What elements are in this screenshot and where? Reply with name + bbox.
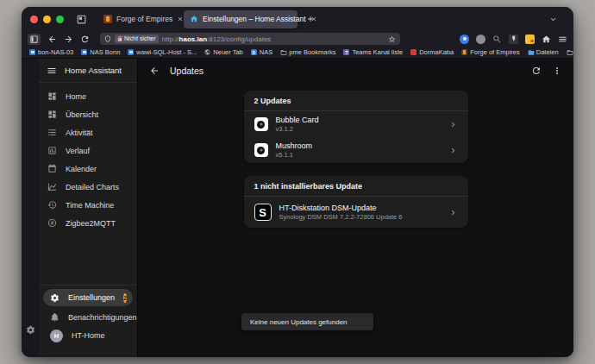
bookmark-nas-bonn[interactable]: NAS Bonn xyxy=(81,48,120,56)
bookmark-star-icon[interactable] xyxy=(388,35,396,43)
new-tab-icon[interactable] xyxy=(306,15,315,23)
sidebar-item-home[interactable]: Home xyxy=(39,87,137,105)
security-label: Nicht sicher xyxy=(124,35,156,43)
tab-list-chevron-down-icon[interactable] xyxy=(548,15,558,24)
extension-search-icon[interactable] xyxy=(492,35,502,44)
ha-sidebar-header: Home Assistant xyxy=(39,59,137,83)
security-status-chip[interactable]: Nicht sicher xyxy=(115,35,159,43)
sidebar-item-user[interactable]: H HT-Home xyxy=(41,326,135,345)
bookmark-pme-folder[interactable]: pme Bookmarks xyxy=(280,48,335,56)
bookmark-forge-of-empires[interactable]: Forge of Empires xyxy=(461,48,520,56)
header-actions xyxy=(531,66,562,76)
navigation-bar: Nicht sicher http://haos.lan:8123/config… xyxy=(22,31,573,47)
reload-icon[interactable] xyxy=(80,35,90,44)
back-arrow-icon[interactable] xyxy=(149,66,160,76)
close-window-button[interactable] xyxy=(30,16,38,23)
calendar-icon xyxy=(47,164,57,173)
update-title: Mushroom xyxy=(276,141,313,150)
firefox-sidebar-rail xyxy=(22,59,39,357)
url-text: http://haos.lan:8123/config/updates xyxy=(162,35,272,43)
blue-folder-icon xyxy=(528,49,534,55)
sidebar-settings-gear-icon[interactable] xyxy=(26,325,35,335)
updates-card: 2 Updates Bubble Card v3.1.2 Mushroom xyxy=(244,91,468,163)
bell-icon xyxy=(50,312,60,322)
chevron-right-icon[interactable] xyxy=(448,208,458,217)
tab-bar: Forge of Empires Einstellungen – Home As… xyxy=(22,7,573,31)
rdp-icon xyxy=(81,49,87,55)
extension-foe-helper-icon[interactable] xyxy=(525,35,535,44)
sidebar-item-benachrichtigungen[interactable]: Benachrichtigungen xyxy=(41,308,135,326)
home-assistant-favicon xyxy=(190,15,198,23)
firefox-view-icon[interactable] xyxy=(76,14,87,25)
sidebar-item-detailed-charts[interactable]: Detailed Charts xyxy=(39,178,137,196)
card-header: 2 Updates xyxy=(244,91,468,111)
browser-home-icon[interactable] xyxy=(542,35,551,44)
toast-notification: Keine neuen Updates gefunden xyxy=(241,313,373,330)
sidebar-item-kalender[interactable]: Kalender xyxy=(39,160,137,178)
non-installable-update-card: 1 nicht installierbares Update S HT-Disk… xyxy=(244,176,468,228)
bookmark-wawi-sql-host[interactable]: wawi-SQL-Host - S... xyxy=(128,48,197,56)
hacs-icon xyxy=(254,117,268,131)
update-row-mushroom[interactable]: Mushroom v5.1.1 xyxy=(244,137,468,163)
hacs-icon xyxy=(254,143,268,157)
dashboard-icon xyxy=(47,110,57,119)
globe-icon xyxy=(204,49,210,55)
close-tab-icon[interactable] xyxy=(177,16,184,22)
ha-main: Updates 2 Updates Bubble Card v3.1.2 xyxy=(138,59,573,357)
synology-dsm-icon: D xyxy=(251,49,257,55)
tab-label: Einstellungen – Home Assistant xyxy=(203,15,306,23)
url-bar[interactable]: Nicht sicher http://haos.lan:8123/config… xyxy=(100,33,400,45)
window-controls xyxy=(30,16,64,23)
bookmark-neuer-tab[interactable]: Neuer Tab xyxy=(204,48,242,56)
tab-label: Forge of Empires xyxy=(116,15,172,23)
update-title: Bubble Card xyxy=(276,116,319,124)
update-row-diskstation[interactable]: S HT-Diskstation DSM-Update Synology DSM… xyxy=(244,197,468,228)
insecure-lock-icon xyxy=(117,36,122,41)
ha-sidebar-bottom: Einstellungen 2 Benachrichtigungen H HT-… xyxy=(39,285,137,357)
refresh-icon[interactable] xyxy=(531,66,542,76)
sidebar-item-time-machine[interactable]: Time Machine xyxy=(39,196,137,214)
ha-main-header: Updates xyxy=(138,59,573,83)
avatar: H xyxy=(50,329,63,342)
chevron-right-icon[interactable] xyxy=(448,120,458,129)
forward-icon[interactable] xyxy=(64,35,73,44)
bookmark-dateien[interactable]: Dateien xyxy=(528,48,559,56)
more-bookmarks-button[interactable]: Weitere Lesezeichen xyxy=(567,48,573,56)
bookmark-nas[interactable]: DNAS xyxy=(251,48,272,56)
forge-of-empires-favicon xyxy=(103,15,112,23)
update-version: v5.1.1 xyxy=(276,151,313,159)
minimize-window-button[interactable] xyxy=(43,16,51,23)
extension-paw-icon[interactable] xyxy=(476,35,485,44)
sidebar-item-zigbee2mqtt[interactable]: Zigbee2MQTT xyxy=(39,214,137,232)
sidebar-item-verlauf[interactable]: Verlauf xyxy=(39,141,137,160)
folder-icon xyxy=(280,49,286,55)
menu-icon[interactable] xyxy=(47,66,57,76)
page-content: Home Assistant Home Übersicht Aktivität … xyxy=(22,59,573,357)
sidebar-toggle-button[interactable] xyxy=(28,34,41,45)
kebab-menu-icon[interactable] xyxy=(552,66,562,76)
application-menu-icon[interactable] xyxy=(558,35,567,44)
bookmark-bon-nas-03[interactable]: bon-NAS-03 xyxy=(29,48,73,56)
zoom-window-button[interactable] xyxy=(56,16,64,23)
extension-blue-icon[interactable] xyxy=(460,35,469,44)
sidebar-item-aktivitaet[interactable]: Aktivität xyxy=(39,123,137,141)
update-row-bubble-card[interactable]: Bubble Card v3.1.2 xyxy=(244,111,468,137)
gear-icon xyxy=(50,293,60,303)
chevron-right-icon[interactable] xyxy=(448,146,458,155)
bookmark-teams-kanal-liste[interactable]: TTeams Kanal liste xyxy=(343,48,403,56)
tab-forge-of-empires[interactable]: Forge of Empires xyxy=(97,10,184,28)
tracking-protection-shield-icon[interactable] xyxy=(104,35,111,42)
update-title: HT-Diskstation DSM-Update xyxy=(279,204,403,212)
rdp-icon xyxy=(128,49,134,55)
sidebar-item-uebersicht[interactable]: Übersicht xyxy=(39,105,137,123)
toolbar-extensions xyxy=(460,35,567,44)
extension-flash-icon[interactable] xyxy=(509,35,518,44)
ha-sidebar-items: Home Übersicht Aktivität Verlauf Kalende… xyxy=(39,83,137,232)
back-icon[interactable] xyxy=(47,35,57,44)
tab-home-assistant-settings[interactable]: Einstellungen – Home Assistant xyxy=(184,10,298,28)
bookmark-dormakaba[interactable]: DormaKaba xyxy=(410,48,454,56)
list-icon xyxy=(47,128,57,137)
forge-of-empires-icon xyxy=(461,49,467,55)
sidebar-item-einstellungen[interactable]: Einstellungen 2 xyxy=(43,289,133,306)
dashboard-icon xyxy=(47,91,57,101)
